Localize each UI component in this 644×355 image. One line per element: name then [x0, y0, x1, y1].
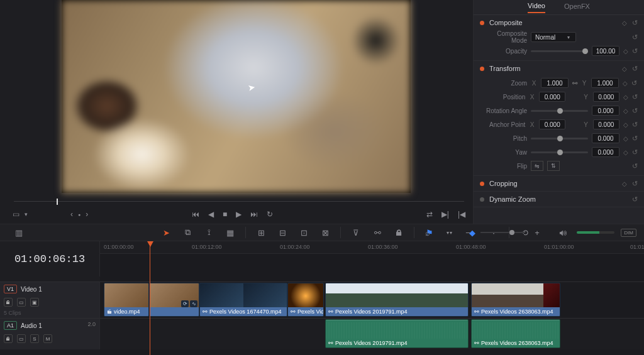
keyframe-icon[interactable]: ◇ [622, 19, 627, 26]
in-out-next-icon[interactable]: ▶| [441, 210, 449, 219]
timeline-view-icon[interactable]: ▥ [11, 225, 26, 240]
track-badge[interactable]: V1 [4, 285, 17, 293]
solo-icon[interactable]: S [30, 334, 39, 343]
keyframe-icon[interactable]: ◇ [623, 48, 628, 55]
auto-select-icon[interactable]: ▭ [17, 298, 26, 307]
reset-icon[interactable]: ↺ [632, 33, 638, 41]
loop-icon[interactable]: ↻ [267, 210, 273, 219]
keyframe-icon[interactable]: ◇ [623, 94, 628, 101]
flip-h-icon[interactable]: ⇋ [531, 161, 543, 171]
keyframe-icon[interactable]: ◇ [622, 65, 627, 72]
stop-icon[interactable]: ■ [223, 210, 227, 219]
chevron-down-icon[interactable]: ▾ [25, 210, 28, 219]
section-header[interactable]: Composite ◇ ↺ [474, 15, 644, 30]
lock-icon[interactable]: 🔒︎ [391, 225, 406, 240]
lock-track-icon[interactable]: 🔒︎ [4, 334, 13, 343]
reset-icon[interactable]: ↺ [632, 162, 638, 170]
visibility-icon[interactable]: ▣ [30, 298, 39, 307]
timeline-ruler[interactable]: 01:00:00:00 01:00:12:00 01:00:24:00 01:0… [100, 241, 644, 254]
timecode-display[interactable]: 01:00:06:13 [0, 241, 100, 276]
reset-icon[interactable]: ↺ [632, 148, 638, 156]
trim-tool-icon[interactable]: ⧉ [180, 225, 195, 240]
flip-v-icon[interactable]: ⇅ [547, 161, 560, 171]
chevron-down-icon[interactable]: ▾ [567, 32, 570, 42]
pitch-slider[interactable] [531, 138, 588, 139]
enable-dot-icon[interactable] [480, 21, 484, 25]
first-frame-icon[interactable]: ⏮ [192, 210, 199, 219]
link-xy-icon[interactable]: ⚯ [572, 80, 577, 87]
audio-track-lane[interactable]: ⚯Pexels Videos 2019791.mp4 ⚯Pexels Video… [100, 318, 644, 349]
keyframe-icon[interactable]: ◇ [623, 80, 628, 87]
reset-icon[interactable]: ↺ [632, 180, 638, 188]
fit-to-fill-icon[interactable]: ⊠ [318, 225, 333, 240]
play-icon[interactable]: ▶ [236, 210, 242, 219]
safe-area-icon[interactable]: ▭ [13, 210, 19, 219]
yaw-value[interactable]: 0.000 [592, 147, 619, 157]
enable-dot-icon[interactable] [480, 197, 484, 202]
pos-y[interactable]: 0.000 [593, 92, 620, 102]
playhead-handle[interactable] [147, 241, 153, 247]
zoom-search-icon[interactable]: ⌕ [420, 225, 435, 240]
video-clip[interactable]: ⚯Pexels Videos 2638063.mp4 [471, 283, 560, 317]
reset-icon[interactable]: ↺ [632, 134, 638, 143]
rotation-slider[interactable] [531, 110, 588, 112]
reset-icon[interactable]: ↺ [632, 107, 638, 115]
pitch-value[interactable]: 0.000 [592, 133, 619, 143]
lock-track-icon[interactable]: 🔒︎ [4, 298, 13, 307]
rotation-value[interactable]: 0.000 [592, 106, 619, 116]
in-out-prev-icon[interactable]: |◀ [458, 210, 465, 219]
yaw-slider[interactable] [531, 151, 588, 153]
viewer-scrubber[interactable] [14, 199, 464, 205]
keyframe-icon[interactable]: ◇ [623, 149, 628, 156]
snap-icon[interactable]: ⊽ [348, 225, 364, 240]
tab-openfx[interactable]: OpenFX [564, 3, 590, 13]
grid-tool-icon[interactable]: ▦ [223, 225, 238, 240]
keyframe-icon[interactable]: ◇ [623, 135, 628, 142]
zoom-out-icon[interactable]: − [460, 225, 475, 240]
link-icon[interactable]: ⚯ [370, 225, 385, 240]
keyframe-icon[interactable]: ◇ [623, 107, 628, 114]
reset-icon[interactable]: ↺ [632, 19, 638, 27]
track-header-a1[interactable]: A1 Audio 1 2.0 🔒︎ ▭ S M [0, 318, 100, 349]
anchor-x[interactable]: 0.000 [539, 119, 566, 129]
insert-icon[interactable]: ⊞ [253, 225, 269, 240]
reset-icon[interactable]: ↺ [632, 195, 638, 204]
video-clip[interactable]: ⟳∿ [149, 283, 199, 317]
enable-dot-icon[interactable] [480, 182, 484, 186]
section-header[interactable]: Dynamic Zoom ↺ [474, 192, 644, 207]
program-viewer[interactable]: ➤ [62, 0, 411, 193]
video-clip[interactable]: ⚯Pexels Videos 1674470.mp4 [199, 283, 287, 317]
chevron-down-icon[interactable]: ▾ [440, 225, 455, 240]
last-frame-icon[interactable]: ⏭ [250, 210, 258, 219]
zoom-x[interactable]: 1.000 [541, 78, 569, 88]
reset-icon[interactable]: ↺ [632, 47, 638, 55]
replace-icon[interactable]: ⊡ [296, 225, 311, 240]
opacity-value[interactable]: 100.00 [592, 46, 619, 56]
zoom-y[interactable]: 1.000 [591, 78, 619, 88]
marker-dot-icon[interactable]: ● [78, 212, 80, 217]
opacity-slider[interactable] [531, 50, 588, 52]
enable-dot-icon[interactable] [480, 67, 484, 71]
pos-x[interactable]: 0.000 [539, 92, 566, 102]
zoom-in-icon[interactable]: + [530, 225, 545, 240]
volume-slider[interactable] [577, 231, 614, 234]
anchor-y[interactable]: 0.000 [593, 119, 620, 129]
track-badge[interactable]: A1 [4, 321, 17, 330]
step-back-icon[interactable]: ◀ [208, 210, 214, 219]
audio-clip[interactable]: ⚯Pexels Videos 2638063.mp4 [471, 319, 560, 348]
video-clip[interactable]: ⚯Pexels Video… [287, 283, 324, 317]
prev-icon[interactable]: ‹ [70, 210, 73, 219]
playhead[interactable] [150, 242, 150, 355]
keyframe-icon[interactable]: ◇ [622, 180, 627, 187]
keyframe-icon[interactable]: ◇ [623, 121, 628, 128]
overwrite-icon[interactable]: ⊟ [275, 225, 290, 240]
video-track-lane[interactable]: 🎬︎video.mp4 ⟳∿ ⚯Pexels Videos 1674470.mp… [100, 281, 644, 318]
track-header-v1[interactable]: V1 Video 1 🔒︎ ▭ ▣ 5 Clips [0, 281, 100, 318]
auto-select-icon[interactable]: ▭ [17, 334, 26, 343]
reset-icon[interactable]: ↺ [632, 121, 638, 129]
blade-tool-icon[interactable]: ⟟ [201, 225, 216, 240]
section-header[interactable]: Cropping ◇ ↺ [474, 176, 644, 191]
dim-button[interactable]: DIM [621, 229, 636, 237]
match-frame-icon[interactable]: ⇄ [426, 210, 433, 219]
reset-icon[interactable]: ↺ [632, 65, 638, 73]
